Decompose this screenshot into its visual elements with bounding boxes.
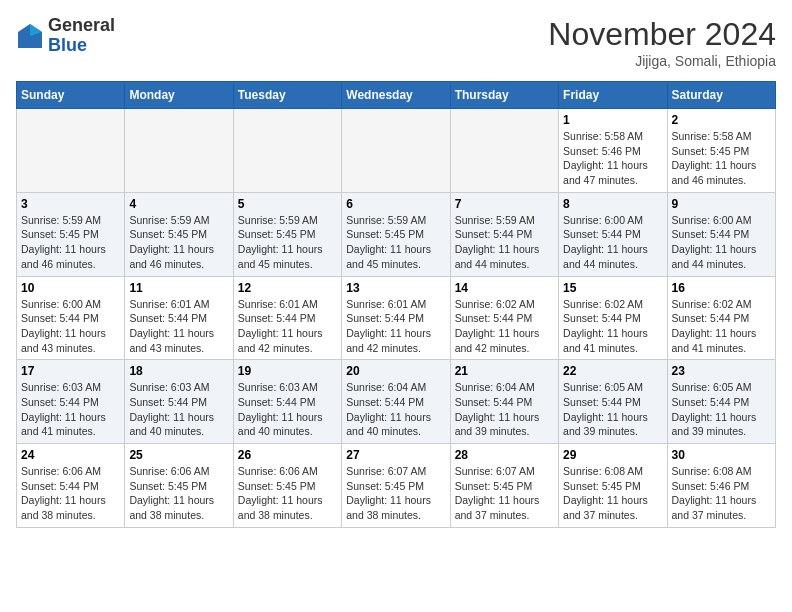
day-info: Sunrise: 6:06 AMSunset: 5:44 PMDaylight:… [21,464,120,523]
day-info: Sunrise: 6:08 AMSunset: 5:45 PMDaylight:… [563,464,662,523]
day-number: 5 [238,197,337,211]
day-number: 20 [346,364,445,378]
day-number: 26 [238,448,337,462]
day-info: Sunrise: 6:06 AMSunset: 5:45 PMDaylight:… [238,464,337,523]
month-title: November 2024 [548,16,776,53]
day-info: Sunrise: 6:05 AMSunset: 5:44 PMDaylight:… [672,380,771,439]
day-number: 17 [21,364,120,378]
calendar-week-row: 1Sunrise: 5:58 AMSunset: 5:46 PMDaylight… [17,109,776,193]
calendar-header-sunday: Sunday [17,82,125,109]
calendar-day-cell: 9Sunrise: 6:00 AMSunset: 5:44 PMDaylight… [667,192,775,276]
calendar-day-cell: 16Sunrise: 6:02 AMSunset: 5:44 PMDayligh… [667,276,775,360]
calendar-day-cell: 10Sunrise: 6:00 AMSunset: 5:44 PMDayligh… [17,276,125,360]
day-number: 24 [21,448,120,462]
day-info: Sunrise: 5:59 AMSunset: 5:45 PMDaylight:… [21,213,120,272]
calendar-day-cell: 13Sunrise: 6:01 AMSunset: 5:44 PMDayligh… [342,276,450,360]
calendar-day-cell: 21Sunrise: 6:04 AMSunset: 5:44 PMDayligh… [450,360,558,444]
day-number: 8 [563,197,662,211]
day-info: Sunrise: 6:04 AMSunset: 5:44 PMDaylight:… [346,380,445,439]
day-number: 18 [129,364,228,378]
logo: General Blue [16,16,115,56]
day-info: Sunrise: 6:02 AMSunset: 5:44 PMDaylight:… [563,297,662,356]
day-number: 23 [672,364,771,378]
calendar-day-cell: 7Sunrise: 5:59 AMSunset: 5:44 PMDaylight… [450,192,558,276]
day-info: Sunrise: 6:01 AMSunset: 5:44 PMDaylight:… [346,297,445,356]
calendar-day-cell: 5Sunrise: 5:59 AMSunset: 5:45 PMDaylight… [233,192,341,276]
calendar-empty-cell [450,109,558,193]
day-number: 25 [129,448,228,462]
day-info: Sunrise: 5:58 AMSunset: 5:45 PMDaylight:… [672,129,771,188]
location-subtitle: Jijiga, Somali, Ethiopia [548,53,776,69]
calendar-empty-cell [125,109,233,193]
title-section: November 2024 Jijiga, Somali, Ethiopia [548,16,776,69]
calendar-day-cell: 2Sunrise: 5:58 AMSunset: 5:45 PMDaylight… [667,109,775,193]
day-number: 3 [21,197,120,211]
day-number: 13 [346,281,445,295]
day-number: 21 [455,364,554,378]
day-info: Sunrise: 6:07 AMSunset: 5:45 PMDaylight:… [455,464,554,523]
calendar-day-cell: 8Sunrise: 6:00 AMSunset: 5:44 PMDaylight… [559,192,667,276]
day-number: 7 [455,197,554,211]
day-number: 19 [238,364,337,378]
calendar-day-cell: 4Sunrise: 5:59 AMSunset: 5:45 PMDaylight… [125,192,233,276]
calendar-empty-cell [233,109,341,193]
calendar-day-cell: 15Sunrise: 6:02 AMSunset: 5:44 PMDayligh… [559,276,667,360]
day-info: Sunrise: 6:03 AMSunset: 5:44 PMDaylight:… [21,380,120,439]
page-header: General Blue November 2024 Jijiga, Somal… [16,16,776,69]
day-number: 1 [563,113,662,127]
calendar-day-cell: 23Sunrise: 6:05 AMSunset: 5:44 PMDayligh… [667,360,775,444]
calendar-header-friday: Friday [559,82,667,109]
day-info: Sunrise: 5:59 AMSunset: 5:44 PMDaylight:… [455,213,554,272]
day-number: 22 [563,364,662,378]
logo-text: General Blue [48,16,115,56]
day-info: Sunrise: 6:01 AMSunset: 5:44 PMDaylight:… [129,297,228,356]
day-info: Sunrise: 6:06 AMSunset: 5:45 PMDaylight:… [129,464,228,523]
calendar-header-row: SundayMondayTuesdayWednesdayThursdayFrid… [17,82,776,109]
calendar-day-cell: 29Sunrise: 6:08 AMSunset: 5:45 PMDayligh… [559,444,667,528]
calendar-day-cell: 12Sunrise: 6:01 AMSunset: 5:44 PMDayligh… [233,276,341,360]
calendar-header-tuesday: Tuesday [233,82,341,109]
calendar-day-cell: 27Sunrise: 6:07 AMSunset: 5:45 PMDayligh… [342,444,450,528]
day-info: Sunrise: 5:58 AMSunset: 5:46 PMDaylight:… [563,129,662,188]
calendar-week-row: 3Sunrise: 5:59 AMSunset: 5:45 PMDaylight… [17,192,776,276]
day-number: 15 [563,281,662,295]
logo-icon [16,22,44,50]
day-number: 11 [129,281,228,295]
calendar-day-cell: 26Sunrise: 6:06 AMSunset: 5:45 PMDayligh… [233,444,341,528]
day-info: Sunrise: 6:02 AMSunset: 5:44 PMDaylight:… [455,297,554,356]
day-info: Sunrise: 6:07 AMSunset: 5:45 PMDaylight:… [346,464,445,523]
calendar-day-cell: 20Sunrise: 6:04 AMSunset: 5:44 PMDayligh… [342,360,450,444]
calendar-week-row: 24Sunrise: 6:06 AMSunset: 5:44 PMDayligh… [17,444,776,528]
calendar-day-cell: 3Sunrise: 5:59 AMSunset: 5:45 PMDaylight… [17,192,125,276]
calendar-day-cell: 25Sunrise: 6:06 AMSunset: 5:45 PMDayligh… [125,444,233,528]
day-info: Sunrise: 6:04 AMSunset: 5:44 PMDaylight:… [455,380,554,439]
day-info: Sunrise: 5:59 AMSunset: 5:45 PMDaylight:… [238,213,337,272]
calendar-day-cell: 11Sunrise: 6:01 AMSunset: 5:44 PMDayligh… [125,276,233,360]
calendar-day-cell: 22Sunrise: 6:05 AMSunset: 5:44 PMDayligh… [559,360,667,444]
calendar-day-cell: 1Sunrise: 5:58 AMSunset: 5:46 PMDaylight… [559,109,667,193]
day-number: 28 [455,448,554,462]
day-number: 27 [346,448,445,462]
calendar-empty-cell [342,109,450,193]
calendar-week-row: 17Sunrise: 6:03 AMSunset: 5:44 PMDayligh… [17,360,776,444]
day-info: Sunrise: 6:03 AMSunset: 5:44 PMDaylight:… [129,380,228,439]
calendar-day-cell: 30Sunrise: 6:08 AMSunset: 5:46 PMDayligh… [667,444,775,528]
day-number: 12 [238,281,337,295]
day-number: 30 [672,448,771,462]
day-info: Sunrise: 5:59 AMSunset: 5:45 PMDaylight:… [129,213,228,272]
day-info: Sunrise: 6:00 AMSunset: 5:44 PMDaylight:… [672,213,771,272]
day-number: 14 [455,281,554,295]
day-info: Sunrise: 6:00 AMSunset: 5:44 PMDaylight:… [563,213,662,272]
calendar-empty-cell [17,109,125,193]
calendar-day-cell: 6Sunrise: 5:59 AMSunset: 5:45 PMDaylight… [342,192,450,276]
day-number: 29 [563,448,662,462]
day-number: 2 [672,113,771,127]
calendar-header-saturday: Saturday [667,82,775,109]
calendar-week-row: 10Sunrise: 6:00 AMSunset: 5:44 PMDayligh… [17,276,776,360]
day-info: Sunrise: 6:01 AMSunset: 5:44 PMDaylight:… [238,297,337,356]
calendar-day-cell: 19Sunrise: 6:03 AMSunset: 5:44 PMDayligh… [233,360,341,444]
calendar-day-cell: 24Sunrise: 6:06 AMSunset: 5:44 PMDayligh… [17,444,125,528]
day-info: Sunrise: 6:03 AMSunset: 5:44 PMDaylight:… [238,380,337,439]
calendar-day-cell: 14Sunrise: 6:02 AMSunset: 5:44 PMDayligh… [450,276,558,360]
day-number: 9 [672,197,771,211]
